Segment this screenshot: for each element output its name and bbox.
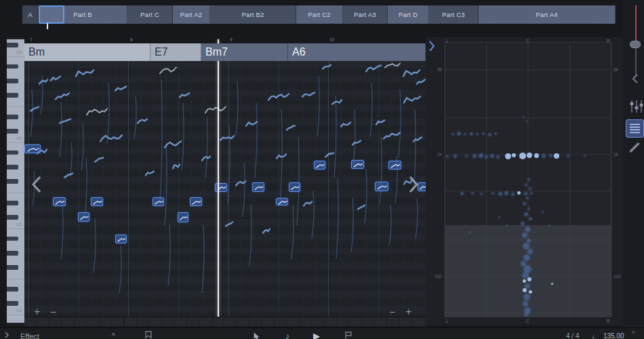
note-block[interactable] <box>375 182 388 191</box>
collapse-caret-icon[interactable]: ^ <box>632 330 635 338</box>
note-block[interactable] <box>91 197 103 206</box>
list-icon <box>630 124 640 133</box>
analyzer-dot <box>498 192 502 196</box>
analyzer-dot <box>527 277 531 281</box>
pencil-icon[interactable] <box>629 142 641 153</box>
piano-key-black[interactable] <box>7 151 18 155</box>
analyzer-dot <box>511 193 515 196</box>
playhead[interactable] <box>218 39 219 325</box>
cursor-tool-icon[interactable] <box>254 332 260 339</box>
piano-key-black[interactable] <box>7 115 18 119</box>
analyzer-dot <box>526 120 528 122</box>
chord-segment[interactable]: Bm7 <box>201 43 288 61</box>
note-block[interactable] <box>190 197 202 206</box>
part-segment[interactable]: Part D <box>388 5 429 24</box>
octave-label: C2 <box>7 222 22 226</box>
analyzer-dot <box>522 233 527 238</box>
note-pitch-curve <box>153 198 165 207</box>
piano-key-black[interactable] <box>7 201 18 205</box>
part-segment[interactable]: A <box>22 5 39 24</box>
note-pitch-curve <box>116 235 127 244</box>
piano-key-black[interactable] <box>7 287 18 292</box>
beat-strip[interactable] <box>24 317 426 326</box>
analyzer-dot <box>465 155 468 157</box>
expand-panel-icon[interactable] <box>428 40 436 52</box>
chord-segment[interactable]: A6 <box>288 43 426 61</box>
edit-cursor-tick <box>47 23 48 29</box>
note-block[interactable] <box>351 160 364 169</box>
analyzer-dot <box>527 153 532 158</box>
analyzer-dot <box>471 192 474 195</box>
piano-key-black[interactable] <box>7 237 18 241</box>
piano-key-black[interactable] <box>7 179 18 184</box>
analyzer-dot <box>506 224 508 226</box>
piano-key-black[interactable] <box>7 93 18 98</box>
zoom-in-button[interactable]: + <box>405 307 411 317</box>
part-segment[interactable]: Part A4 <box>479 5 616 24</box>
tempo-display[interactable]: 135.00 <box>603 332 624 339</box>
piano-key-black[interactable] <box>7 215 18 220</box>
note-block[interactable] <box>24 144 41 153</box>
scroll-right-icon[interactable] <box>408 176 419 193</box>
analyzer-dot <box>521 222 525 226</box>
note-pitch-curve <box>376 182 389 192</box>
note-pitch-curve <box>79 213 90 222</box>
note-block[interactable] <box>153 197 164 206</box>
bar-ruler[interactable] <box>24 37 426 43</box>
pan-label-bottom: L <box>446 319 449 323</box>
chord-label: A6 <box>288 46 306 58</box>
note-block[interactable] <box>215 183 227 192</box>
part-segment[interactable]: Part C <box>127 5 173 24</box>
note-block[interactable] <box>252 182 264 192</box>
piano-key-black[interactable] <box>7 129 18 134</box>
chord-segment[interactable]: Bm <box>24 43 150 61</box>
flag-icon[interactable] <box>345 332 352 339</box>
notes-list-button[interactable] <box>626 119 644 138</box>
part-segment[interactable]: Part A3 <box>343 5 388 24</box>
chevron-right-icon[interactable] <box>4 331 9 339</box>
piano-key-black[interactable] <box>7 79 18 83</box>
zoom-out-button[interactable]: − <box>50 308 56 317</box>
piano-key-black[interactable] <box>7 43 18 47</box>
effect-dropdown[interactable]: Effect <box>20 332 39 339</box>
marker-icon[interactable] <box>145 332 152 339</box>
pan-label-top: C <box>526 39 529 43</box>
collapse-left-icon[interactable] <box>630 73 640 84</box>
piano-key-black[interactable] <box>7 265 18 270</box>
note-block[interactable] <box>53 197 66 206</box>
piano-key-black[interactable] <box>7 301 18 306</box>
part-label: Part A4 <box>536 11 558 18</box>
chord-segment[interactable]: E7 <box>150 43 201 61</box>
note-block[interactable] <box>388 161 401 170</box>
note-block[interactable] <box>276 198 288 205</box>
part-label: Part B2 <box>241 11 264 18</box>
volume-slider-handle[interactable] <box>630 41 641 48</box>
note-block[interactable] <box>115 235 127 243</box>
note-tool-icon[interactable]: ♪ <box>285 332 289 339</box>
part-segment[interactable]: Part C3 <box>429 5 479 24</box>
piano-key-black[interactable] <box>7 165 18 170</box>
note-block[interactable] <box>78 212 89 222</box>
piano-key-black[interactable] <box>7 251 18 256</box>
play-button[interactable]: ▶ <box>313 331 320 339</box>
mixer-icon[interactable] <box>630 100 643 113</box>
scroll-left-icon[interactable] <box>31 176 42 193</box>
time-signature[interactable]: 4 / 4 <box>566 332 579 339</box>
part-label: Part B <box>73 11 92 18</box>
part-segment[interactable]: Part C2 <box>296 5 343 24</box>
transport-bar: Effect ^ ♪ ▶ 4 / 4 ♩ 135.00 ^ <box>0 327 644 339</box>
zoom-in-button[interactable]: + <box>34 307 40 317</box>
note-block[interactable] <box>314 161 325 170</box>
part-segment[interactable]: Part A2 <box>173 5 210 24</box>
piano-key-black[interactable] <box>7 64 18 69</box>
analyzer-dot <box>524 192 527 195</box>
white-key-divider <box>7 106 24 107</box>
note-block[interactable] <box>289 182 300 192</box>
part-selection-box[interactable] <box>39 5 64 24</box>
part-segment[interactable]: Part B2 <box>210 5 296 24</box>
zoom-out-button[interactable]: − <box>389 308 395 317</box>
dropdown-caret-icon[interactable]: ^ <box>112 332 115 339</box>
note-block[interactable] <box>178 212 188 222</box>
vocal-editor-window: APart BPart CPart A2Part B2Part C2Part A… <box>0 0 644 339</box>
analyzer-dot <box>460 192 464 195</box>
